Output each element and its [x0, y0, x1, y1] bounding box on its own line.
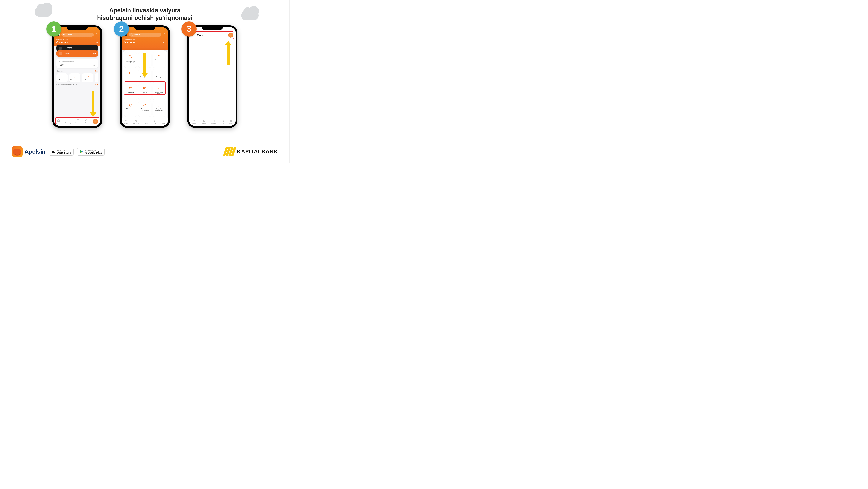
svg-rect-7 — [76, 120, 79, 121]
grid-tile-deposits[interactable]: Вклады — [153, 69, 165, 83]
footer: Apelsin Загрузите вApp Store ДОСТУПНО ВG… — [12, 146, 278, 157]
deposit-icon — [157, 71, 161, 75]
svg-point-0 — [63, 34, 65, 35]
nav-chat[interactable]: Чат — [221, 119, 224, 124]
card-row-uzcard[interactable]: ****7799 •••• — [56, 51, 98, 57]
search-input[interactable]: Поиск — [129, 33, 161, 36]
gplay-big: Google Play — [85, 151, 102, 154]
chart-icon — [157, 86, 161, 90]
svg-point-9 — [131, 34, 132, 35]
service-tile-exchange[interactable]: Обмен валюты — [69, 74, 80, 82]
contact-icon[interactable] — [93, 63, 96, 66]
nav-transfer[interactable]: Перевод — [65, 119, 71, 124]
svg-rect-12 — [129, 72, 132, 74]
svg-line-10 — [132, 35, 133, 35]
step-3: 3 ← Счета Домой — [187, 25, 238, 128]
svg-point-3 — [94, 64, 95, 65]
guide-arrow-down — [142, 53, 148, 77]
home-icon — [125, 119, 128, 122]
pay-icon — [76, 119, 79, 122]
grid-label: Мои карты — [125, 76, 136, 78]
all-link[interactable]: Все — [95, 83, 98, 86]
kapitalbank-mark-icon — [224, 147, 235, 156]
service-tile-credit[interactable]: Кр... — [95, 74, 98, 82]
grid-tile-wallets[interactable]: Кошельки — [124, 84, 137, 100]
search-input[interactable]: Поиск — [61, 33, 94, 36]
nav-menu-fingerprint[interactable] — [93, 119, 98, 124]
nav-chat[interactable]: Чат — [154, 119, 157, 124]
nav-pay[interactable]: Оплата — [144, 119, 149, 124]
nav-label: Чат — [85, 122, 88, 124]
nav-label: Меню — [162, 123, 165, 124]
search-icon — [130, 33, 133, 36]
grid-tile-rates[interactable]: Обменные курсы — [153, 84, 165, 100]
cards-icon — [129, 71, 133, 75]
grid-tile-accounts[interactable]: Счета — [138, 84, 151, 100]
page-title: Apelsin ilovasida valyuta hisobraqami oc… — [0, 7, 289, 22]
grid-tile-monitoring[interactable]: Мониторинг — [124, 101, 137, 116]
grid-tile-support[interactable]: ?Служба поддержки — [153, 101, 165, 116]
mobile-pay-card: Мобильная оплата +998 --- --- -- -- — [56, 59, 98, 68]
appstore-big: App Store — [57, 151, 71, 154]
nav-menu[interactable]: Меню — [229, 119, 233, 124]
apelsin-mark-icon — [12, 146, 23, 157]
saved-payments-label: Сохраненные платежи — [56, 83, 76, 86]
svg-rect-27 — [213, 120, 215, 122]
svg-text:?: ? — [158, 104, 160, 106]
svg-line-1 — [65, 35, 65, 35]
add-account-fingerprint-icon[interactable] — [228, 33, 233, 38]
bell-icon[interactable] — [95, 33, 98, 36]
service-tile-wallet[interactable]: Кошел... — [82, 74, 93, 82]
nav-label: Домой — [124, 123, 128, 124]
home-icon — [192, 119, 195, 122]
eye-hide-icon[interactable] — [95, 41, 98, 44]
svg-rect-14 — [158, 72, 160, 74]
svc-label: Кошел... — [83, 79, 92, 81]
googleplay-button[interactable]: ДОСТУПНО ВGoogle Play — [77, 148, 105, 155]
appstore-button[interactable]: Загрузите вApp Store — [49, 148, 73, 155]
all-link[interactable]: Все — [95, 70, 98, 72]
svc-label: Кр... — [95, 79, 98, 81]
nav-home[interactable]: Домой — [56, 119, 60, 124]
nav-transfer[interactable]: Перевод — [201, 119, 206, 124]
nav-pay[interactable]: Оплата — [75, 119, 80, 124]
chat-icon — [85, 119, 88, 122]
menu-grid-icon — [162, 119, 165, 122]
svg-point-29 — [230, 120, 231, 121]
wallet-icon — [129, 86, 133, 90]
transfer-icon — [202, 119, 205, 122]
card-masked: ****6222 — [65, 47, 72, 49]
nav-home[interactable]: Домой — [124, 119, 128, 124]
nav-home[interactable]: Домой — [192, 119, 196, 124]
phone-notch — [202, 25, 223, 30]
pay-icon — [212, 119, 215, 122]
step-2: 2 Поиск Общий баланс • • • • • • — [120, 25, 170, 128]
card-more-dots: •••• — [93, 47, 96, 49]
svg-point-23 — [163, 120, 163, 121]
grid-tile-crossconv[interactable]: Кросс конвертация — [124, 52, 137, 68]
chat-icon — [221, 119, 224, 122]
nav-chat[interactable]: Чат — [85, 119, 88, 124]
grid-tile-branches[interactable]: Филиалы и Банкоматы — [138, 101, 151, 116]
nav-label: Чат — [222, 123, 224, 124]
svg-point-32 — [231, 121, 232, 122]
svg-point-34 — [19, 154, 20, 155]
grid-label: Счета — [139, 91, 150, 93]
svg-point-8 — [86, 119, 87, 121]
grid-tile-mycards[interactable]: Мои карты — [124, 69, 137, 83]
nav-pay[interactable]: Оплата — [211, 119, 216, 124]
eye-hide-icon[interactable] — [163, 41, 166, 44]
grid-label: Кросс конвертация — [125, 59, 136, 63]
fingerprint-icon — [93, 119, 98, 124]
svg-point-17 — [144, 88, 145, 89]
nav-transfer[interactable]: Перевод — [133, 119, 139, 124]
phone-notch — [134, 25, 155, 30]
nav-menu[interactable]: Меню — [162, 119, 165, 124]
grid-tile-exchange[interactable]: Обмен валюты — [153, 52, 165, 68]
bell-icon[interactable] — [163, 33, 166, 36]
apple-icon — [51, 149, 56, 154]
nav-label: Оплата — [144, 123, 149, 124]
svc-label: Обмен валюты — [70, 79, 80, 81]
service-tile-cards[interactable]: Мои карты — [56, 74, 68, 82]
nav-label: Домой — [56, 122, 60, 124]
